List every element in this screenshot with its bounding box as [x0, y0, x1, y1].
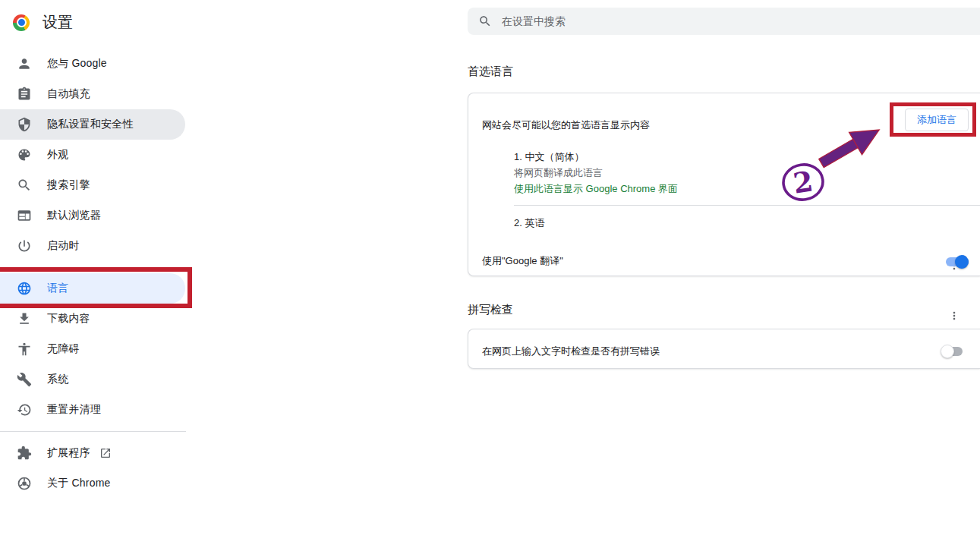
settings-sidebar: 您与 Google 自动填充 隐私设置和安全性 外观 搜索引擎 默认浏览器 启动… [0, 49, 193, 499]
language-ui-note: 使用此语言显示 Google Chrome 界面 [514, 181, 678, 197]
settings-search-bar[interactable] [468, 8, 980, 35]
add-language-button[interactable]: 添加语言 [905, 109, 969, 131]
sidebar-item-autofill[interactable]: 自动填充 [0, 79, 185, 109]
sidebar-item-label: 扩展程序 [47, 446, 90, 460]
more-options-icon[interactable] [948, 310, 960, 322]
chrome-settings-page: 设置 您与 Google 自动填充 隐私设置和安全性 外观 搜索引擎 默认浏览器 [0, 0, 980, 548]
sidebar-item-appearance[interactable]: 外观 [0, 140, 185, 170]
globe-icon [17, 281, 32, 296]
spell-check-toggle[interactable] [941, 345, 963, 358]
toggle-knob [955, 255, 969, 269]
sidebar-item-about-chrome[interactable]: 关于 Chrome [0, 468, 185, 499]
accessibility-icon [17, 342, 32, 357]
sidebar-item-reset-cleanup[interactable]: 重置并清理 [0, 395, 185, 425]
preferred-languages-card: 网站会尽可能以您的首选语言显示内容 添加语言 1. 中文（简体） 将网页翻译成此… [468, 93, 980, 276]
chrome-outline-icon [17, 476, 32, 491]
sidebar-item-label: 下载内容 [47, 312, 90, 326]
sidebar-item-label: 系统 [47, 373, 68, 386]
sidebar-item-label: 隐私设置和安全性 [47, 118, 134, 131]
language-translate-note: 将网页翻译成此语言 [514, 165, 678, 181]
sidebar-item-label: 无障碍 [47, 342, 80, 356]
page-title: 设置 [43, 12, 73, 33]
sidebar-item-label: 重置并清理 [47, 403, 101, 417]
language-name: 2. 英语 [514, 215, 544, 231]
sidebar-item-you-and-google[interactable]: 您与 Google [0, 49, 185, 79]
sidebar-item-search-engine[interactable]: 搜索引擎 [0, 170, 185, 200]
sidebar-item-privacy-security[interactable]: 隐私设置和安全性 [0, 109, 185, 140]
sidebar-item-accessibility[interactable]: 无障碍 [0, 334, 185, 364]
search-icon [478, 14, 492, 28]
palette-icon [17, 147, 32, 162]
sidebar-item-downloads[interactable]: 下载内容 [0, 304, 185, 334]
external-link-icon [99, 447, 112, 459]
toggle-knob [941, 345, 954, 358]
brand: 设置 [13, 12, 73, 33]
search-input[interactable] [502, 15, 927, 27]
spell-check-heading: 拼写检查 [468, 303, 513, 317]
power-icon [17, 238, 32, 254]
sidebar-item-label: 搜索引擎 [47, 178, 90, 192]
sidebar-item-default-browser[interactable]: 默认浏览器 [0, 200, 185, 231]
settings-main: 首选语言 网站会尽可能以您的首选语言显示内容 添加语言 1. 中文（简体） 将网… [468, 0, 980, 548]
shield-icon [17, 117, 32, 132]
sidebar-item-system[interactable]: 系统 [0, 364, 185, 395]
browser-window-icon [17, 208, 32, 223]
spell-check-label: 在网页上输入文字时检查是否有拼写错误 [482, 345, 660, 358]
sidebar-item-languages[interactable]: 语言 [0, 273, 185, 304]
spell-check-card: 在网页上输入文字时检查是否有拼写错误 [468, 329, 980, 369]
sidebar-item-label: 启动时 [47, 239, 80, 253]
preferred-languages-heading: 首选语言 [468, 65, 513, 79]
wrench-icon [17, 372, 32, 387]
sidebar-item-on-startup[interactable]: 启动时 [0, 231, 185, 261]
download-icon [17, 311, 32, 326]
language-item-english: 2. 英语 [514, 215, 544, 231]
google-translate-label: 使用"Google 翻译" [482, 254, 563, 268]
chrome-logo-icon [13, 14, 30, 31]
sidebar-item-label: 您与 Google [47, 57, 107, 71]
sidebar-divider [0, 431, 186, 432]
language-row-divider [514, 205, 980, 206]
search-icon [17, 178, 32, 193]
person-icon [17, 56, 32, 71]
history-icon [17, 402, 32, 417]
clipboard-icon [17, 87, 32, 102]
languages-description: 网站会尽可能以您的首选语言显示内容 [482, 118, 650, 132]
puzzle-icon [17, 446, 32, 461]
sidebar-item-label: 语言 [47, 282, 68, 295]
sidebar-item-label: 外观 [47, 148, 68, 162]
language-item-chinese: 1. 中文（简体） 将网页翻译成此语言 使用此语言显示 Google Chrom… [514, 149, 678, 197]
sidebar-item-label: 自动填充 [47, 87, 90, 101]
sidebar-item-label: 默认浏览器 [47, 209, 101, 222]
language-name: 1. 中文（简体） [514, 149, 678, 165]
google-translate-toggle[interactable] [946, 255, 969, 269]
sidebar-item-extensions[interactable]: 扩展程序 [0, 438, 185, 468]
sidebar-item-label: 关于 Chrome [47, 477, 110, 490]
